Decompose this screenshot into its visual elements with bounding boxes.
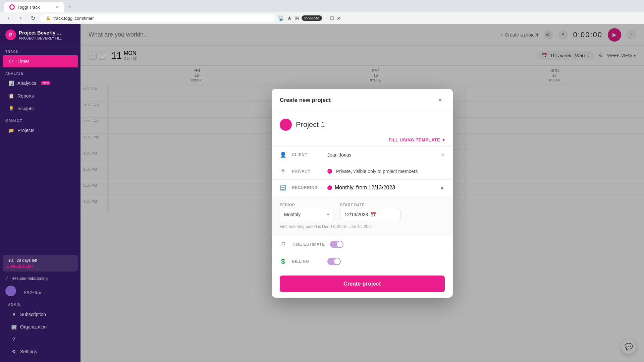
- back-button[interactable]: ‹: [4, 13, 13, 23]
- billing-label: BILLING: [292, 259, 322, 264]
- sidebar-item-settings[interactable]: ⚙ Settings: [5, 346, 75, 358]
- insights-icon: 💡: [8, 106, 14, 112]
- privacy-dot: [327, 169, 332, 174]
- sidebar-item-subscription[interactable]: ≡ Subscription: [5, 308, 75, 320]
- create-project-modal: Create new project × FILL USING TEMPLATE…: [272, 89, 453, 298]
- workspace-subtitle: PROJECT BEVERLY HI...: [19, 36, 62, 40]
- organization-icon: 🏢: [11, 324, 17, 330]
- reload-button[interactable]: ↻: [28, 13, 38, 23]
- analytics-icon: 📊: [8, 80, 14, 86]
- manage-section-label: MANAGE: [0, 115, 80, 124]
- settings-label: Settings: [20, 349, 37, 354]
- resume-onboarding-button[interactable]: ✓ Resume onboarding: [3, 274, 78, 283]
- sidebar-item-reports[interactable]: 📋 Reports: [3, 90, 78, 102]
- sidebar-bottom: Trial: 29 days left Upgrade today ✓ Resu…: [0, 251, 80, 362]
- track-section-label: TRACK: [0, 46, 80, 55]
- recurring-panel: PERIOD Monthly ▾ START DATE 12/13/2023 📅: [272, 196, 453, 236]
- sidebar-item-help[interactable]: ?: [5, 333, 75, 345]
- tab-close-button[interactable]: ✕: [56, 5, 59, 9]
- projects-icon: 📁: [8, 127, 14, 133]
- reports-label: Reports: [17, 93, 34, 99]
- privacy-label: PRIVACY: [292, 169, 322, 174]
- fill-template-button[interactable]: FILL USING TEMPLATE ▾: [388, 137, 445, 142]
- browser-toolbar: ‹ › ↻ 🔒 track.toggl.com/timer 📡 ★ ⊞ Inco…: [0, 12, 644, 24]
- client-label: CLIENT: [292, 153, 322, 157]
- period-info-text: First recurring period is Dec 13, 2023 -…: [280, 224, 445, 229]
- upgrade-link[interactable]: Upgrade today: [7, 263, 74, 268]
- organization-label: Organization: [20, 324, 47, 329]
- time-estimate-icon: ⏱: [280, 241, 286, 248]
- maximize-icon[interactable]: □: [330, 15, 334, 21]
- profile-avatar: [5, 286, 16, 296]
- workspace-name[interactable]: P Project Beverly ... PROJECT BEVERLY HI…: [5, 29, 75, 40]
- sidebar-item-timer[interactable]: ⏱ Timer: [3, 55, 78, 67]
- project-name-input[interactable]: [296, 120, 445, 129]
- start-date-value: 12/13/2023: [344, 212, 368, 217]
- forward-button[interactable]: ›: [16, 13, 25, 23]
- privacy-field: 👁 PRIVACY Private, visible only to proje…: [272, 163, 453, 179]
- checkmark-icon: ✓: [5, 276, 9, 281]
- billing-icon: 💲: [280, 258, 286, 265]
- bookmark-icon: ★: [287, 15, 292, 21]
- sidebar-item-analytics[interactable]: 📊 Analytics New: [3, 77, 78, 89]
- minimize-icon[interactable]: −: [325, 15, 328, 21]
- workspace-title: Project Beverly ...: [19, 30, 62, 36]
- time-estimate-toggle[interactable]: [330, 241, 343, 248]
- help-icon: ?: [11, 336, 17, 342]
- workspace-avatar: P: [5, 29, 16, 40]
- create-project-button[interactable]: Create project: [280, 276, 445, 292]
- modal-footer: Create project: [272, 270, 453, 298]
- trial-box: Trial: 29 days left Upgrade today: [3, 255, 78, 272]
- period-value: Monthly: [284, 212, 301, 217]
- client-field: 👤 CLIENT Jean Jonas ✕: [272, 146, 453, 163]
- browser-tabs: Toggl Track ✕ +: [0, 0, 644, 12]
- period-field-group: PERIOD Monthly ▾: [280, 203, 333, 220]
- billing-row: 💲 BILLING: [272, 253, 453, 270]
- address-text: track.toggl.com/timer: [53, 16, 94, 21]
- period-select[interactable]: Monthly ▾: [280, 209, 333, 220]
- sidebar-item-projects[interactable]: 📁 Projects: [3, 124, 78, 136]
- sidebar-item-organization[interactable]: 🏢 Organization: [5, 321, 75, 333]
- period-label: PERIOD: [280, 203, 333, 207]
- subscription-icon: ≡: [11, 311, 17, 317]
- client-clear-button[interactable]: ✕: [441, 152, 445, 158]
- recurring-value-row: Monthly, from 12/13/2023: [327, 185, 434, 191]
- recurring-field: 🔄 RECURRING Monthly, from 12/13/2023 ▲: [272, 179, 453, 196]
- cast-icon: 📡: [278, 15, 284, 21]
- trial-text: Trial: 29 days left: [7, 258, 37, 263]
- recurring-collapse-button[interactable]: ▲: [439, 185, 445, 191]
- privacy-icon: 👁: [280, 168, 286, 175]
- fill-template-label: FILL USING TEMPLATE: [388, 137, 440, 142]
- modal-overlay[interactable]: Create new project × FILL USING TEMPLATE…: [80, 24, 644, 362]
- start-date-input[interactable]: 12/13/2023 📅: [340, 209, 400, 220]
- browser-tab[interactable]: Toggl Track ✕: [4, 2, 64, 12]
- modal-close-button[interactable]: ×: [435, 96, 445, 105]
- client-value[interactable]: Jean Jonas: [327, 152, 435, 158]
- timer-icon: ⏱: [8, 58, 14, 64]
- profile-label: PROFILE: [19, 287, 46, 296]
- reports-icon: 📋: [8, 93, 14, 99]
- projects-label: Projects: [17, 128, 35, 133]
- privacy-text: Private, visible only to project members: [336, 169, 418, 174]
- billing-toggle[interactable]: [327, 258, 341, 265]
- project-color-picker[interactable]: [280, 119, 292, 131]
- time-estimate-row: ⏱ TIME ESTIMATE: [272, 236, 453, 253]
- recurring-icon: 🔄: [280, 184, 286, 191]
- template-chevron-icon: ▾: [442, 137, 445, 142]
- subscription-label: Subscription: [20, 312, 46, 317]
- analytics-label: Analytics: [17, 80, 36, 86]
- address-bar[interactable]: 🔒 track.toggl.com/timer: [40, 14, 275, 22]
- new-tab-button[interactable]: +: [64, 2, 74, 12]
- billing-toggle-handle: [334, 258, 340, 264]
- main-content: + Create a project 🏷 $ 0:00:00 ▶ ⋯ − + 1…: [80, 24, 644, 362]
- svg-point-0: [10, 5, 14, 9]
- sidebar-item-insights[interactable]: 💡 Insights: [3, 103, 78, 115]
- close-window-icon[interactable]: ✕: [336, 15, 341, 21]
- profile-section[interactable]: PROFILE: [3, 283, 78, 299]
- admin-section-label: ADMIN: [3, 299, 78, 308]
- modal-header: Create new project ×: [272, 89, 453, 112]
- project-name-row: [272, 112, 453, 137]
- browser-chrome: Toggl Track ✕ + ‹ › ↻ 🔒 track.toggl.com/…: [0, 0, 644, 24]
- modal-title: Create new project: [280, 97, 331, 104]
- client-icon: 👤: [280, 152, 286, 158]
